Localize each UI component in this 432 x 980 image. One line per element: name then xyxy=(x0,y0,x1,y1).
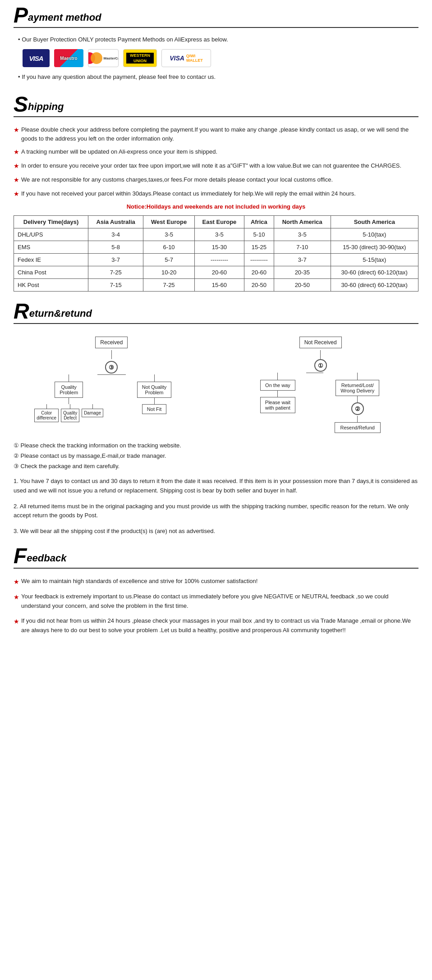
feedback-note-2: ★ Your feedback is extremely important t… xyxy=(14,592,418,611)
feedback-note-1: ★ We aim to maintain high standards of e… xyxy=(14,577,418,587)
not-fit-box: Not Fit xyxy=(142,404,166,414)
star-icon-1: ★ xyxy=(14,125,19,143)
quality-defect-box: Quality Defect xyxy=(61,409,79,422)
circle-1: ① xyxy=(314,359,327,372)
star-icon-fb1: ★ xyxy=(14,577,19,587)
table-header-row: Delivery Time(days) Asia Australia West … xyxy=(14,216,418,228)
visa-card: VISA xyxy=(23,49,50,67)
damage-box: Damage xyxy=(82,409,103,417)
circle-3: ③ xyxy=(105,361,118,374)
shipping-header: S hipping xyxy=(14,94,418,117)
return-rules: 1. You have 7 days to contact us and 30 … xyxy=(14,477,418,536)
maestro-card: Maestro xyxy=(54,49,83,67)
payment-note1: Our Buyer Protection ONLY protects Payme… xyxy=(14,36,418,43)
shipping-title-rest: hipping xyxy=(28,101,64,113)
payment-section: P ayment method Our Buyer Protection ONL… xyxy=(14,5,418,80)
th-south-america: South America xyxy=(331,216,418,228)
return-instructions: ① Please check the tracking information … xyxy=(14,442,418,469)
shipping-note-3: ★ In order to ensure you receive your or… xyxy=(14,161,418,171)
received-flow: Received ③ xyxy=(23,337,201,433)
not-received-box: Not Received xyxy=(299,337,342,348)
star-icon-fb3: ★ xyxy=(14,616,19,635)
mastercard-card: MasterCard xyxy=(88,49,119,67)
th-asia: Asia Australia xyxy=(88,216,143,228)
shipping-title-big: S xyxy=(14,94,28,115)
shipping-note-5: ★ If you have not received your parcel w… xyxy=(14,189,418,199)
table-row: China Post 7-25 10-20 20-60 20-60 20-35 … xyxy=(14,266,418,279)
payment-title-rest: ayment method xyxy=(28,12,101,23)
payment-title-big: P xyxy=(14,5,28,26)
circle-2: ② xyxy=(351,402,364,415)
flow-diagram: Received ③ xyxy=(14,332,418,438)
return-rule-3: 3. We will bear all the shipping cost if… xyxy=(14,527,418,536)
return-header: R eturn&retund xyxy=(14,301,418,324)
th-west-europe: West Europe xyxy=(143,216,195,228)
feedback-section: F eedback ★ We aim to maintain high stan… xyxy=(14,545,418,635)
payment-icons: VISA Maestro MasterCard WESTERN UNION VI… xyxy=(23,49,418,67)
shipping-notice: Notice:Hoildays and weekends are not inc… xyxy=(14,203,418,210)
feedback-notes: ★ We aim to maintain high standards of e… xyxy=(14,577,418,635)
star-icon-5: ★ xyxy=(14,189,19,199)
resend-box: Resend/Refund xyxy=(335,422,381,433)
shipping-table: Delivery Time(days) Asia Australia West … xyxy=(14,215,418,292)
on-the-way-box: On the way xyxy=(260,380,295,391)
star-icon-2: ★ xyxy=(14,147,19,157)
th-delivery: Delivery Time(days) xyxy=(14,216,88,228)
western-union-card: WESTERN UNION xyxy=(123,49,157,67)
star-icon-fb2: ★ xyxy=(14,592,19,611)
shipping-section: S hipping ★ Please double check your add… xyxy=(14,94,418,292)
shipping-note-4: ★ We are not responsible for any customs… xyxy=(14,175,418,185)
shipping-note-1: ★ Please double check your address befor… xyxy=(14,125,418,143)
visa-qiwi-card: VISA QIWIWALLET xyxy=(161,49,211,67)
wait-box: Please wait with patient xyxy=(260,397,295,413)
received-box: Received xyxy=(95,337,128,348)
quality-problem-box: Quality Problem xyxy=(55,382,83,398)
return-instruction-1: ① Please check the tracking information … xyxy=(14,442,418,449)
return-rule-1: 1. You have 7 days to contact us and 30 … xyxy=(14,477,418,496)
return-instruction-3: ③ Check the package and item carefully. xyxy=(14,463,418,469)
table-row: EMS 5-8 6-10 15-30 15-25 7-10 15-30 (dir… xyxy=(14,241,418,254)
return-title-big: R xyxy=(14,301,29,322)
table-row: DHL/UPS 3-4 3-5 3-5 5-10 3-5 5-10(tax) xyxy=(14,228,418,241)
not-received-flow: Not Received ① On the way xyxy=(231,337,409,433)
return-title-rest: eturn&retund xyxy=(29,308,92,319)
payment-header: P ayment method xyxy=(14,5,418,28)
return-section: R eturn&retund Received ③ xyxy=(14,301,418,536)
return-instruction-2: ② Please contact us by massage,E-mail,or… xyxy=(14,452,418,459)
th-east-europe: East Europe xyxy=(195,216,244,228)
payment-contact: If you have any question about the payme… xyxy=(14,73,418,80)
feedback-header: F eedback xyxy=(14,545,418,569)
th-africa: Africa xyxy=(244,216,274,228)
feedback-note-3: ★ If you did not hear from us within 24 … xyxy=(14,616,418,635)
table-row: Fedex IE 3-7 5-7 --------- --------- 3-7… xyxy=(14,254,418,266)
table-row: HK Post 7-15 7-25 15-60 20-50 20-50 30-6… xyxy=(14,279,418,292)
feedback-title-rest: eedback xyxy=(27,552,66,564)
returned-lost-box: Returned/Lost/ Wrong Delivery xyxy=(335,380,379,396)
feedback-title-big: F xyxy=(14,545,27,567)
shipping-notes: ★ Please double check your address befor… xyxy=(14,125,418,199)
shipping-note-2: ★ A tracking number will be updated on A… xyxy=(14,147,418,157)
not-quality-problem-box: Not Quality Problem xyxy=(137,382,171,398)
color-diff-box: Color difference xyxy=(34,409,59,422)
th-north-america: North America xyxy=(274,216,331,228)
return-rule-2: 2. All returned items must be in the ori… xyxy=(14,502,418,521)
star-icon-4: ★ xyxy=(14,175,19,185)
star-icon-3: ★ xyxy=(14,161,19,171)
